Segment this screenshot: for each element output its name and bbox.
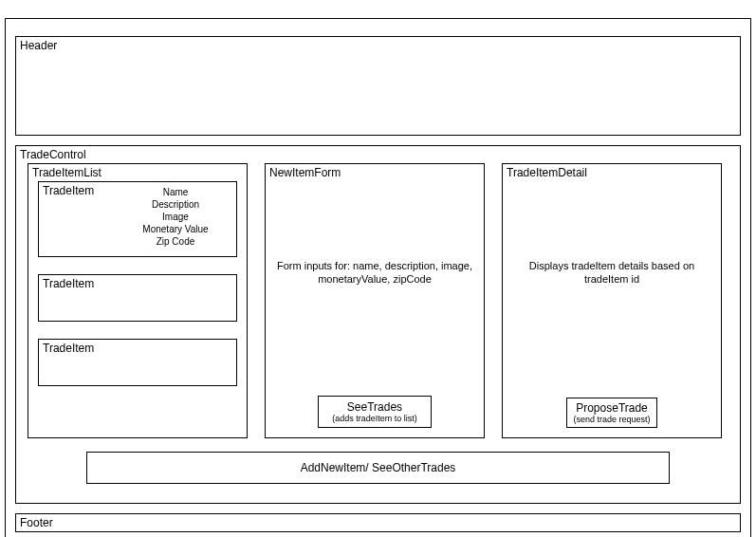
trade-item: TradeItem: [38, 339, 237, 386]
propose-trade-button[interactable]: ProposeTrade (send trade request): [566, 398, 657, 428]
add-new-item-see-other-trades-button[interactable]: AddNewItem/ SeeOtherTrades: [86, 452, 670, 484]
field-monetary-value: Monetary Value: [119, 223, 232, 235]
trade-item: TradeItem: [38, 274, 237, 322]
trade-item-label: TradeItem: [43, 342, 94, 355]
propose-trade-title: ProposeTrade: [573, 401, 651, 415]
columns-row: TradeItemList TradeItem Name Description…: [28, 163, 728, 438]
header-label: Header: [20, 39, 57, 52]
field-name: Name: [119, 186, 232, 198]
trade-item-list-label: TradeItemList: [32, 166, 101, 179]
new-item-form-label: NewItemForm: [269, 166, 341, 179]
trade-item-detail-box: TradeItemDetail Displays tradeItem detai…: [502, 163, 722, 438]
field-image: Image: [119, 211, 232, 223]
see-trades-button[interactable]: SeeTrades (adds tradeItem to list): [318, 396, 432, 428]
see-trades-subtitle: (adds tradeItem to list): [328, 414, 421, 423]
footer-label: Footer: [20, 516, 53, 529]
trade-item: TradeItem Name Description Image Monetar…: [38, 181, 237, 257]
trade-item-label: TradeItem: [43, 184, 94, 197]
footer-box: Footer: [15, 513, 741, 532]
new-item-form-description: Form inputs for: name, description, imag…: [275, 259, 474, 286]
header-box: Header: [15, 36, 741, 136]
new-item-form-box: NewItemForm Form inputs for: name, descr…: [265, 163, 485, 438]
field-description: Description: [119, 198, 232, 211]
trade-item-detail-label: TradeItemDetail: [507, 166, 587, 179]
trade-item-label: TradeItem: [43, 277, 94, 290]
trade-control-box: TradeControl TradeItemList TradeItem Nam…: [15, 145, 741, 504]
field-zip-code: Zip Code: [119, 235, 232, 248]
trade-control-label: TradeControl: [20, 148, 86, 161]
propose-trade-subtitle: (send trade request): [573, 415, 651, 424]
trade-item-list-box: TradeItemList TradeItem Name Description…: [28, 163, 248, 438]
app-container: Header TradeControl TradeItemList TradeI…: [5, 18, 751, 537]
see-trades-title: SeeTrades: [328, 400, 421, 414]
bottom-bar-label: AddNewItem/ SeeOtherTrades: [301, 461, 456, 474]
trade-item-fields: Name Description Image Monetary Value Zi…: [119, 186, 232, 248]
trade-item-detail-description: Displays tradeItem details based on trad…: [512, 259, 711, 286]
